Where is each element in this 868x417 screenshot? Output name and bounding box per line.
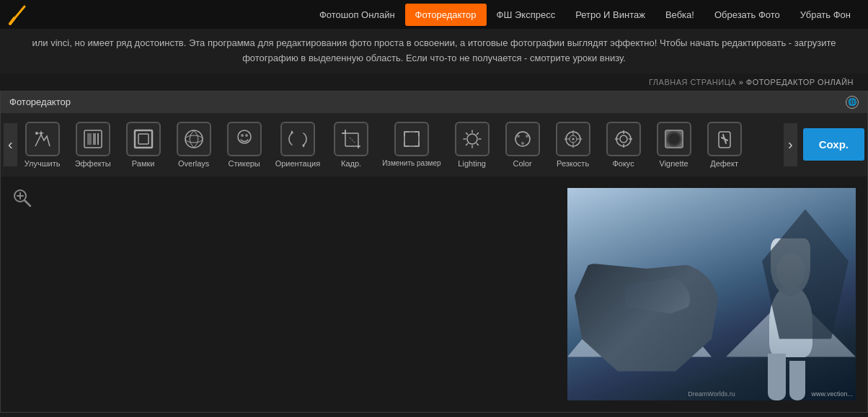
fantasy-image: DreamWorlds.ru www.vection...: [567, 188, 856, 400]
tool-lighting[interactable]: Lighting: [447, 119, 497, 171]
tool-stickers[interactable]: Стикеры: [219, 119, 270, 171]
tool-effects[interactable]: Эффекты: [68, 119, 118, 171]
tool-stickers-label: Стикеры: [229, 159, 260, 168]
svg-line-29: [466, 143, 467, 145]
editor-title-bar: Фоторедактор 🌐: [1, 91, 867, 113]
svg-rect-8: [138, 134, 149, 144]
nav-retro[interactable]: Ретро И Винтаж: [565, 4, 655, 26]
zoom-icon[interactable]: [12, 188, 32, 208]
breadcrumb-home[interactable]: ГЛАВНАЯ СТРАНИЦА: [649, 78, 736, 86]
svg-point-9: [185, 130, 203, 148]
editor-title: Фоторедактор: [9, 97, 71, 107]
nav-removebg[interactable]: Убрать Фон: [790, 4, 861, 26]
watermark-1: DreamWorlds.ru: [688, 390, 735, 398]
svg-point-12: [241, 134, 244, 137]
svg-rect-7: [135, 130, 152, 148]
tool-defect-label: Дефект: [710, 159, 738, 168]
nav-express[interactable]: ФШ Экспресс: [487, 4, 566, 26]
tool-frames-label: Рамки: [132, 159, 155, 168]
tool-defect[interactable]: Дефект: [699, 119, 750, 171]
tool-sharpness-label: Резкость: [557, 159, 589, 168]
tool-sharpness[interactable]: Резкость: [548, 119, 598, 171]
save-button[interactable]: Сохр.: [803, 128, 864, 161]
toolbar-prev-arrow[interactable]: ‹: [4, 123, 17, 166]
logo: [7, 4, 27, 25]
tool-resize-label: Изменить размер: [382, 159, 440, 167]
tool-vignette-label: Vignette: [660, 159, 688, 168]
nav-links: Фотошоп Онлайн Фоторедактор ФШ Экспресс …: [309, 4, 861, 26]
tool-resize[interactable]: Изменить размер: [376, 119, 446, 170]
description-text: или vinci, но имеет ряд достоинств. Эта …: [0, 29, 868, 73]
svg-line-27: [477, 143, 478, 145]
tool-color[interactable]: Color: [497, 119, 548, 171]
toolbar-next-arrow[interactable]: ›: [784, 123, 797, 166]
tool-orientation-label: Ориентация: [275, 159, 320, 168]
wings: [762, 210, 849, 339]
tool-effects-label: Эффекты: [75, 159, 111, 168]
svg-line-51: [25, 200, 31, 206]
svg-line-26: [466, 133, 467, 134]
toolbar: ‹ Улучшить: [1, 113, 867, 176]
nav-fotoredaktor[interactable]: Фоторедактор: [405, 4, 487, 26]
tool-focus[interactable]: Фокус: [598, 119, 649, 171]
tool-crop[interactable]: Кадр.: [326, 119, 376, 171]
tool-orientation[interactable]: Ориентация: [270, 119, 326, 171]
breadcrumb-current: ФОТОРЕДАКТОР ОНЛАЙН: [746, 78, 854, 86]
top-nav: Фотошоп Онлайн Фоторедактор ФШ Экспресс …: [0, 0, 868, 29]
tool-vignette[interactable]: Vignette: [649, 119, 699, 171]
svg-rect-5: [93, 133, 96, 145]
svg-point-36: [572, 138, 574, 140]
tool-color-label: Color: [513, 159, 531, 168]
svg-point-33: [521, 142, 524, 145]
canvas-area: DreamWorlds.ru www.vection...: [1, 176, 867, 412]
nav-fotoshop[interactable]: Фотошоп Онлайн: [309, 4, 405, 26]
tool-overlays-label: Overlays: [178, 159, 209, 168]
svg-point-32: [526, 135, 528, 138]
svg-rect-6: [97, 133, 99, 145]
svg-point-42: [620, 135, 627, 143]
svg-line-1: [10, 18, 14, 24]
tool-crop-label: Кадр.: [341, 159, 361, 168]
nav-webcam[interactable]: Вебка!: [655, 4, 704, 26]
svg-point-2: [35, 132, 38, 135]
svg-point-13: [245, 134, 248, 137]
watermark-2: www.vection...: [811, 390, 853, 398]
tool-frames[interactable]: Рамки: [118, 119, 169, 171]
svg-rect-20: [404, 132, 419, 146]
tool-improve[interactable]: Улучшить: [17, 119, 68, 171]
svg-rect-4: [87, 133, 92, 145]
toolbar-scroll: Улучшить Эффекты: [17, 119, 784, 171]
nav-crop[interactable]: Обрезать Фото: [704, 4, 790, 26]
editor-panel: Фоторедактор 🌐 ‹ Улучшить: [0, 91, 868, 413]
tool-lighting-label: Lighting: [458, 159, 486, 168]
tool-overlays[interactable]: Overlays: [169, 119, 219, 171]
svg-point-31: [517, 135, 520, 138]
svg-point-21: [467, 134, 477, 144]
tool-improve-label: Улучшить: [25, 159, 61, 168]
image-container: DreamWorlds.ru www.vection...: [567, 188, 856, 400]
svg-line-19: [350, 138, 355, 143]
svg-rect-48: [665, 130, 683, 148]
svg-line-28: [477, 133, 478, 134]
breadcrumb: ГЛАВНАЯ СТРАНИЦА » ФОТОРЕДАКТОР ОНЛАЙН: [0, 73, 868, 91]
tool-focus-label: Фокус: [612, 159, 634, 168]
globe-icon: 🌐: [846, 96, 859, 109]
svg-point-10: [185, 135, 203, 143]
